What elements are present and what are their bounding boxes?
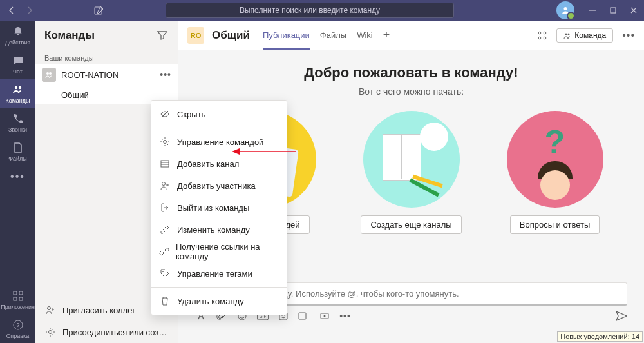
rail-label: Чат — [13, 68, 23, 75]
new-message-button[interactable] — [89, 0, 109, 21]
phone-icon — [12, 112, 24, 125]
rail-calls[interactable]: Звонки — [0, 108, 35, 137]
channel-title: Общий — [212, 29, 250, 42]
tab-wiki[interactable]: Wiki — [357, 21, 373, 50]
welcome-subtitle: Вот с чего можно начать: — [191, 86, 631, 97]
meet-now-icon[interactable] — [298, 311, 310, 320]
add-tab-button[interactable]: + — [383, 28, 390, 42]
bell-icon — [12, 25, 24, 38]
welcome-card-create-channels: Создать еще каналы — [355, 111, 468, 234]
svg-point-12 — [46, 72, 49, 75]
nav-back-button[interactable] — [4, 3, 19, 18]
rail-chat[interactable]: Чат — [0, 50, 35, 79]
rail-label: Файлы — [8, 155, 27, 162]
file-icon — [12, 141, 24, 154]
window-maximize-button[interactable] — [603, 0, 623, 21]
ctx-add-channel[interactable]: Добавить канал — [151, 153, 287, 175]
tab-files[interactable]: Файлы — [320, 21, 346, 50]
ctx-manage-tags[interactable]: Управление тегами — [151, 262, 287, 284]
join-create-label: Присоединиться или соз… — [62, 328, 167, 337]
more-icon: ••• — [12, 170, 24, 183]
ctx-leave-team[interactable]: Выйти из команды — [151, 197, 287, 219]
svg-point-1 — [564, 7, 567, 10]
titlebar: Выполните поиск или введите команду — [0, 0, 644, 21]
rail-more[interactable]: ••• — [0, 166, 35, 188]
svg-rect-6 — [14, 291, 17, 295]
illustration-faq: ? — [507, 111, 603, 208]
svg-point-16 — [538, 32, 541, 34]
svg-point-20 — [565, 33, 567, 35]
svg-point-39 — [162, 182, 166, 186]
trash-icon — [159, 296, 171, 306]
team-name: ROOT-NATION — [61, 70, 160, 80]
ctx-manage-team[interactable]: Управление командой — [151, 131, 287, 153]
join-create-link[interactable]: Присоединиться или соз… — [35, 321, 178, 343]
add-channel-icon — [159, 159, 171, 169]
ctx-hide[interactable]: Скрыть — [151, 103, 287, 125]
team-avatar — [42, 68, 56, 82]
welcome-card-faq: ? Вопросы и ответы — [498, 111, 611, 234]
chat-icon — [12, 54, 24, 67]
ctx-add-member[interactable]: Добавить участника — [151, 175, 287, 197]
link-icon — [159, 246, 169, 257]
svg-point-15 — [49, 331, 52, 334]
stream-icon[interactable] — [319, 311, 330, 320]
rail-activity[interactable]: Действия — [0, 21, 35, 50]
filter-button[interactable] — [156, 29, 169, 42]
help-icon: ? — [12, 318, 24, 331]
svg-point-13 — [49, 72, 52, 75]
rail-label: Команды — [5, 97, 30, 104]
ctx-edit-team[interactable]: Изменить команду — [151, 219, 287, 240]
apps-icon — [12, 289, 24, 302]
channel-more-button[interactable]: ••• — [622, 30, 635, 41]
team-button[interactable]: Команда — [556, 28, 613, 43]
rail-label: Действия — [5, 39, 30, 46]
rail-help[interactable]: ? Справка — [0, 314, 35, 343]
svg-rect-7 — [19, 291, 23, 295]
search-input[interactable]: Выполните поиск или введите команду — [166, 3, 454, 18]
hide-icon — [159, 109, 171, 119]
window-minimize-button[interactable] — [582, 0, 603, 21]
search-placeholder: Выполните поиск или введите команду — [240, 6, 380, 15]
team-row[interactable]: ROOT-NATION ••• — [35, 64, 178, 85]
your-teams-label: Ваши команды — [35, 50, 178, 64]
panel-title: Команды — [44, 29, 156, 42]
faq-button[interactable]: Вопросы и ответы — [510, 215, 600, 234]
svg-text:?: ? — [16, 322, 19, 328]
window-close-button[interactable] — [623, 0, 644, 21]
team-more-button[interactable]: ••• — [160, 70, 171, 80]
teams-icon — [12, 83, 24, 96]
invite-icon — [44, 304, 56, 316]
profile-avatar[interactable] — [556, 1, 574, 19]
create-channels-button[interactable]: Создать еще каналы — [361, 215, 461, 234]
rail-teams[interactable]: Команды — [0, 79, 35, 108]
nav-forward-button[interactable] — [22, 3, 37, 18]
svg-rect-8 — [14, 297, 17, 300]
svg-point-35 — [164, 141, 167, 144]
rail-files[interactable]: Файлы — [0, 137, 35, 166]
org-icon[interactable] — [537, 30, 547, 41]
tab-posts[interactable]: Публикации — [263, 21, 310, 50]
channel-header: RO Общий Публикации Файлы Wiki + Команда… — [178, 21, 644, 50]
gear-icon — [44, 326, 56, 338]
rail-label: Приложения — [1, 304, 35, 310]
svg-point-21 — [568, 33, 570, 35]
svg-rect-36 — [161, 161, 169, 167]
channel-avatar: RO — [187, 27, 204, 44]
svg-point-5 — [18, 86, 21, 89]
gear-icon — [159, 137, 171, 147]
svg-point-32 — [324, 315, 326, 317]
rail-apps[interactable]: Приложения — [0, 285, 35, 314]
ctx-delete-team[interactable]: Удалить команду — [151, 290, 287, 312]
welcome-title: Добро пожаловать в команду! — [191, 64, 631, 81]
send-button[interactable] — [616, 311, 627, 321]
channel-label: Общий — [61, 90, 89, 100]
ctx-get-link[interactable]: Получение ссылки на команду — [151, 240, 287, 262]
svg-point-4 — [14, 86, 17, 89]
app-rail: Действия Чат Команды Звонки Файлы ••• Пр… — [0, 21, 35, 343]
team-context-menu: Скрыть Управление командой Добавить кана… — [151, 100, 287, 315]
more-compose-icon[interactable]: ••• — [339, 311, 351, 321]
rail-label: Справка — [6, 333, 29, 339]
invite-label: Пригласить коллег — [62, 306, 135, 315]
svg-point-19 — [544, 37, 546, 39]
